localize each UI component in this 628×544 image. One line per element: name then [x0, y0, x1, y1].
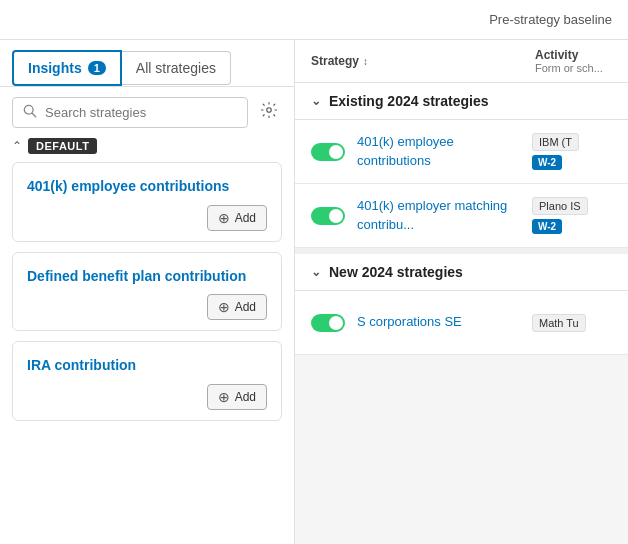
search-icon [23, 104, 37, 121]
insights-badge: 1 [88, 61, 106, 75]
list-item: Defined benefit plan contribution ⊕ Add [12, 252, 282, 332]
add-button-2[interactable]: ⊕ Add [207, 384, 267, 410]
plus-circle-icon: ⊕ [218, 389, 230, 405]
col-activity-header: Activity Form or sch... [535, 48, 612, 74]
card-title: Defined benefit plan contribution [27, 267, 267, 287]
table-row: 401(k) employee contributions IBM (T W-2 [295, 120, 628, 184]
header-title: Pre-strategy baseline [489, 12, 612, 27]
activity-tag-0: IBM (T [532, 133, 579, 151]
svg-point-2 [267, 108, 272, 113]
add-label: Add [235, 300, 256, 314]
form-badge-0: W-2 [532, 155, 562, 170]
default-section-label: ⌃ DEFAULT [12, 138, 282, 154]
strategy-name-0: 401(k) employee contributions [357, 133, 520, 169]
activity-tag-1: Plano IS [532, 197, 588, 215]
strategy-name-1: 401(k) employer matching contribu... [357, 197, 520, 233]
col-strategy-header: Strategy ↕ [311, 54, 531, 68]
form-badge-1: W-2 [532, 219, 562, 234]
list-item: IRA contribution ⊕ Add [12, 341, 282, 421]
toggle-0[interactable] [311, 143, 345, 161]
plus-circle-icon: ⊕ [218, 299, 230, 315]
strategy-name-2: S corporations SE [357, 313, 520, 331]
settings-button[interactable] [256, 97, 282, 128]
card-title: 401(k) employee contributions [27, 177, 267, 197]
plus-circle-icon: ⊕ [218, 210, 230, 226]
sort-icon[interactable]: ↕ [363, 56, 368, 67]
default-badge: DEFAULT [28, 138, 97, 154]
add-button-0[interactable]: ⊕ Add [207, 205, 267, 231]
main-layout: Insights 1 All strategies [0, 40, 628, 544]
add-label: Add [235, 211, 256, 225]
toggle-2[interactable] [311, 314, 345, 332]
add-label: Add [235, 390, 256, 404]
chevron-down-icon: ⌄ [311, 94, 321, 108]
tab-all-strategies[interactable]: All strategies [122, 51, 231, 85]
toggle-1[interactable] [311, 207, 345, 225]
list-item: 401(k) employee contributions ⊕ Add [12, 162, 282, 242]
activity-tag-2: Math Tu [532, 314, 586, 332]
row-activity-1: Plano IS W-2 [532, 197, 612, 234]
card-title: IRA contribution [27, 356, 267, 376]
sidebar: Insights 1 All strategies [0, 40, 295, 544]
tab-insights-label: Insights [28, 60, 82, 76]
table-row: 401(k) employer matching contribu... Pla… [295, 184, 628, 248]
strategy-cards-list: 401(k) employee contributions ⊕ Add Defi… [0, 162, 294, 544]
tab-all-strategies-label: All strategies [136, 60, 216, 76]
search-input[interactable] [45, 105, 237, 120]
row-activity-2: Math Tu [532, 314, 612, 332]
page-header: Pre-strategy baseline [0, 0, 628, 40]
table-row: S corporations SE Math Tu [295, 291, 628, 355]
row-activity-0: IBM (T W-2 [532, 133, 612, 170]
collapse-icon[interactable]: ⌃ [12, 139, 22, 153]
right-panel: Strategy ↕ Activity Form or sch... ⌄ Exi… [295, 40, 628, 544]
section-label: Existing 2024 strategies [329, 93, 489, 109]
add-button-1[interactable]: ⊕ Add [207, 294, 267, 320]
tab-insights[interactable]: Insights 1 [12, 50, 122, 86]
search-box-container [12, 97, 248, 128]
section-existing-2024[interactable]: ⌄ Existing 2024 strategies [295, 83, 628, 120]
svg-line-1 [32, 113, 36, 117]
table-header: Strategy ↕ Activity Form or sch... [295, 40, 628, 83]
chevron-down-icon: ⌄ [311, 265, 321, 279]
section-new-2024[interactable]: ⌄ New 2024 strategies [295, 254, 628, 291]
section-label: New 2024 strategies [329, 264, 463, 280]
tab-row: Insights 1 All strategies [0, 40, 294, 87]
search-row [0, 87, 294, 138]
